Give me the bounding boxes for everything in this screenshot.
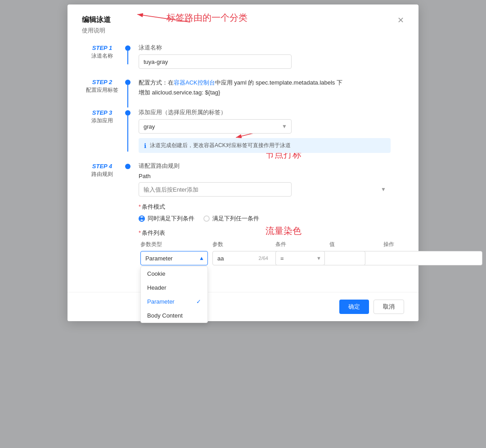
info-text: 泳道完成创建后，更改容器ACK对应标签可直接作用于泳道 (150, 142, 291, 149)
cond-select-wrapper: = != ▼ (275, 251, 325, 265)
step-3-content: 添加应用（选择应用所属的标签） gray ▼ ℹ 泳道完成创建后，更改容器ACK… (133, 108, 404, 162)
step-4-row: STEP 4 路由规则 请配置路由规则 Path ▼ (82, 162, 404, 285)
check-icon: ✓ (196, 298, 201, 305)
radio-group: 同时满足下列条件 满足下列任一条件 (139, 215, 486, 223)
radio-all-icon (139, 215, 145, 222)
info-icon: ℹ (144, 142, 146, 149)
step-1-line (127, 51, 128, 64)
app-select-wrapper: gray ▼ (139, 119, 292, 134)
step-2-left: STEP 2 配置应用标签 (82, 78, 122, 94)
radio-all-conditions[interactable]: 同时满足下列条件 (139, 215, 194, 223)
step-1-name: 泳道名称 (91, 52, 113, 60)
col-param-header: 参数 (212, 241, 271, 248)
step-3-label: STEP 3 (92, 109, 112, 116)
route-rule-header: 请配置路由规则 (139, 162, 486, 170)
step-2-label: STEP 2 (92, 79, 112, 85)
step-2-content: 配置方式：在容器ACK控制台中应用 yaml 的 spec.template.m… (133, 78, 404, 108)
condition-list-section: *条件列表 参数类型 参数 条件 值 操作 (139, 229, 486, 276)
path-label: Path (139, 173, 486, 179)
step-4-left: STEP 4 路由规则 (82, 162, 122, 178)
step-1-row: STEP 1 泳道名称 泳道名称 (82, 44, 404, 78)
step-1-connector (122, 44, 133, 64)
step-4-name: 路由规则 (91, 170, 113, 178)
radio-any-label: 满足下列任一条件 (212, 215, 259, 223)
required-star-2: * (139, 229, 141, 236)
step-3-row: STEP 3 添加应用 添加应用（选择应用所属的标签） gray ▼ (82, 108, 404, 162)
step-2-config-text: 配置方式：在容器ACK控制台中应用 yaml 的 spec.template.m… (139, 78, 404, 98)
step-1-label: STEP 1 (92, 45, 112, 51)
step-4-connector (122, 162, 133, 169)
cond-select[interactable]: = != (275, 251, 325, 265)
info-box: ℹ 泳道完成创建后，更改容器ACK对应标签可直接作用于泳道 (139, 138, 391, 153)
dropdown-item-bodycontent[interactable]: Body Content (141, 309, 207, 323)
type-select[interactable]: Parameter Cookie Header Body Content (140, 251, 208, 265)
step-3-line (127, 116, 128, 152)
path-expand-icon: ▼ (381, 186, 386, 193)
step-2-name: 配置应用标签 (86, 86, 118, 94)
type-select-wrapper: Parameter Cookie Header Body Content ▲ (140, 251, 208, 265)
path-input-wrapper: ▼ (139, 182, 391, 197)
step-4-label: STEP 4 (92, 163, 112, 170)
dropdown-item-header[interactable]: Header (141, 281, 207, 295)
step-3-field-label: 添加应用（选择应用所属的标签） (139, 108, 404, 116)
lane-name-input[interactable] (139, 54, 292, 69)
modal-dialog: 标签路由的一个分类 节点打标 流量染色 编辑泳道 ✕ 使用说明 STEP 1 泳… (68, 4, 418, 321)
step-1-left: STEP 1 泳道名称 (82, 44, 122, 60)
step-1-content: 泳道名称 (133, 44, 404, 78)
condition-list-title: *条件列表 (139, 229, 486, 237)
radio-any-condition[interactable]: 满足下列任一条件 (203, 215, 259, 223)
param-input-wrapper: 2/64 (212, 251, 271, 265)
modal-overlay: 标签路由的一个分类 节点打标 流量染色 编辑泳道 ✕ 使用说明 STEP 1 泳… (0, 0, 486, 448)
condition-table-header: 参数类型 参数 条件 值 操作 (139, 241, 486, 248)
required-star-1: * (139, 203, 141, 210)
radio-any-icon (203, 215, 210, 222)
step-3-connector (122, 108, 133, 152)
config-text-part2: 中应用 yaml 的 spec.template.metadata.labels… (215, 79, 342, 86)
condition-mode-section: *条件模式 同时满足下列条件 满足下列任一条件 (139, 203, 486, 223)
step-2-dot (125, 80, 130, 85)
step-2-connector (122, 78, 133, 108)
step-2-row: STEP 2 配置应用标签 配置方式：在容器ACK控制台中应用 yaml 的 s… (82, 78, 404, 108)
type-dropdown-menu: Cookie Header Parameter ✓ (140, 266, 208, 323)
dropdown-item-parameter[interactable]: Parameter ✓ (141, 295, 207, 309)
app-select[interactable]: gray (139, 119, 292, 134)
condition-mode-title: *条件模式 (139, 203, 486, 211)
cancel-button[interactable]: 取消 (374, 300, 404, 314)
step-1-field-label: 泳道名称 (139, 44, 404, 52)
close-button[interactable]: ✕ (397, 16, 404, 24)
config-text-part1: 配置方式：在 (139, 79, 174, 86)
col-val-header: 值 (329, 241, 379, 248)
step-4-content: 请配置路由规则 Path ▼ *条件模式 (133, 162, 486, 285)
config-text-part3: 增加 alicloud.service.tag: ${tag} (139, 89, 220, 96)
col-type-header: 参数类型 (140, 241, 208, 248)
step-3-dot (125, 110, 130, 116)
steps-container: STEP 1 泳道名称 泳道名称 STEP 2 配置应用标签 (82, 44, 404, 285)
ack-console-link[interactable]: 容器ACK控制台 (174, 79, 215, 86)
param-count: 2/64 (259, 255, 268, 261)
step-2-line (127, 85, 128, 108)
radio-all-label: 同时满足下列条件 (148, 215, 194, 223)
usage-label: 使用说明 (82, 27, 404, 35)
condition-row-1: Parameter Cookie Header Body Content ▲ (139, 251, 486, 265)
dropdown-item-cookie[interactable]: Cookie (141, 267, 207, 281)
modal-title: 编辑泳道 (82, 15, 111, 25)
step-3-name: 添加应用 (91, 117, 113, 125)
step-1-dot (125, 45, 130, 51)
modal-footer: 确定 取消 (68, 292, 418, 321)
step-4-dot (125, 164, 130, 169)
confirm-button[interactable]: 确定 (339, 300, 369, 314)
modal-header: 编辑泳道 ✕ (82, 15, 404, 25)
path-input[interactable] (139, 182, 292, 197)
col-cond-header: 条件 (275, 241, 325, 248)
step-3-left: STEP 3 添加应用 (82, 108, 122, 125)
col-op-header: 操作 (383, 241, 406, 248)
